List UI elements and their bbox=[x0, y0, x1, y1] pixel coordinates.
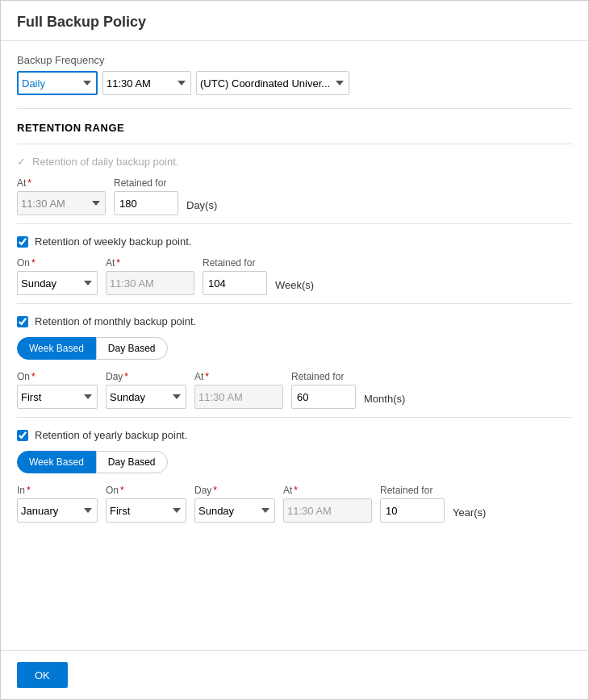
yearly-at-select[interactable]: 11:30 AM bbox=[283, 498, 372, 523]
daily-unit: Day(s) bbox=[186, 199, 217, 215]
monthly-at-group: At* 11:30 AM bbox=[194, 371, 283, 409]
yearly-in-label: In* bbox=[17, 485, 98, 496]
monthly-week-based-tab[interactable]: Week Based bbox=[17, 337, 96, 360]
yearly-day-label: Day* bbox=[194, 485, 275, 496]
frequency-time-select[interactable]: 11:30 AM 12:00 AM 6:00 AM bbox=[102, 71, 191, 95]
yearly-on-group: On* First Second Third Fourth Last bbox=[106, 485, 186, 523]
yearly-retention-label: Retention of yearly backup point. bbox=[35, 429, 187, 441]
ok-button[interactable]: OK bbox=[17, 662, 68, 688]
monthly-retained-label: Retained for bbox=[291, 371, 356, 382]
main-content: Backup Frequency Daily Weekly Monthly 11… bbox=[1, 41, 588, 650]
daily-retained-label: Retained for bbox=[114, 177, 178, 189]
daily-at-group: At* 11:30 AM bbox=[17, 177, 106, 215]
weekly-retention-checkbox-row: Retention of weekly backup point. bbox=[17, 235, 572, 248]
daily-retention-checkbox-row: ✓ Retention of daily backup point. bbox=[17, 156, 572, 168]
weekly-at-select[interactable]: 11:30 AM bbox=[106, 271, 194, 295]
daily-retained-group: Retained for bbox=[114, 177, 178, 215]
monthly-on-select[interactable]: First Second Third Fourth Last bbox=[17, 385, 98, 409]
monthly-day-select[interactable]: Sunday Monday Tuesday Wednesday Thursday… bbox=[106, 385, 186, 409]
monthly-at-select[interactable]: 11:30 AM bbox=[194, 385, 283, 409]
monthly-day-group: Day* Sunday Monday Tuesday Wednesday Thu… bbox=[106, 371, 186, 409]
frequency-select[interactable]: Daily Weekly Monthly bbox=[17, 71, 98, 95]
daily-retention-label: Retention of daily backup point. bbox=[32, 156, 178, 168]
weekly-on-select[interactable]: Sunday Monday Tuesday Wednesday Thursday… bbox=[17, 271, 98, 295]
yearly-retention-checkbox-row: Retention of yearly backup point. bbox=[17, 429, 572, 441]
yearly-at-label: At* bbox=[283, 485, 372, 496]
yearly-tab-group: Week Based Day Based bbox=[17, 451, 572, 473]
weekly-retention-checkbox[interactable] bbox=[17, 236, 28, 248]
daily-at-select: 11:30 AM bbox=[17, 191, 106, 215]
monthly-on-label: On* bbox=[17, 371, 98, 382]
yearly-at-group: At* 11:30 AM bbox=[283, 485, 372, 523]
monthly-unit: Month(s) bbox=[364, 393, 405, 409]
yearly-retained-group: Retained for bbox=[380, 485, 445, 523]
yearly-retention-fields: In* January February March April May Jun… bbox=[17, 485, 572, 523]
weekly-at-group: At* 11:30 AM bbox=[106, 257, 194, 295]
monthly-at-label: At* bbox=[194, 371, 283, 382]
weekly-on-group: On* Sunday Monday Tuesday Wednesday Thur… bbox=[17, 257, 98, 295]
backup-frequency-label: Backup Frequency bbox=[17, 54, 572, 66]
yearly-in-group: In* January February March April May Jun… bbox=[17, 485, 98, 523]
weekly-retention-section: Retention of weekly backup point. On* Su… bbox=[17, 223, 572, 295]
timezone-select[interactable]: (UTC) Coordinated Univer... bbox=[196, 71, 349, 95]
yearly-retention-section: Retention of yearly backup point. Week B… bbox=[17, 417, 572, 523]
retention-range-header: RETENTION RANGE bbox=[17, 122, 572, 134]
footer: OK bbox=[1, 650, 588, 699]
yearly-retention-checkbox[interactable] bbox=[17, 430, 28, 441]
monthly-retention-label: Retention of monthly backup point. bbox=[35, 315, 196, 327]
monthly-day-label: Day* bbox=[106, 371, 186, 382]
daily-at-label: At* bbox=[17, 177, 106, 189]
weekly-retained-label: Retained for bbox=[203, 257, 267, 269]
monthly-retention-checkbox[interactable] bbox=[17, 316, 28, 327]
yearly-unit: Year(s) bbox=[453, 506, 486, 523]
daily-at-required: * bbox=[27, 177, 31, 189]
monthly-retention-checkbox-row: Retention of monthly backup point. bbox=[17, 315, 572, 327]
weekly-retention-label: Retention of weekly backup point. bbox=[35, 235, 191, 248]
yearly-day-select[interactable]: Sunday Monday Tuesday Wednesday Thursday… bbox=[194, 498, 275, 523]
yearly-on-select[interactable]: First Second Third Fourth Last bbox=[106, 498, 186, 523]
yearly-week-based-tab[interactable]: Week Based bbox=[17, 451, 96, 473]
daily-retention-fields: At* 11:30 AM Retained for Day(s) bbox=[17, 177, 572, 215]
monthly-tab-group: Week Based Day Based bbox=[17, 337, 572, 360]
monthly-retained-input[interactable] bbox=[291, 385, 356, 409]
monthly-on-group: On* First Second Third Fourth Last bbox=[17, 371, 98, 409]
backup-freq-row: Daily Weekly Monthly 11:30 AM 12:00 AM 6… bbox=[17, 71, 572, 95]
daily-retained-input[interactable] bbox=[114, 191, 178, 215]
yearly-day-based-tab[interactable]: Day Based bbox=[96, 451, 168, 473]
monthly-retention-fields: On* First Second Third Fourth Last Day* bbox=[17, 371, 572, 409]
yearly-retained-input[interactable] bbox=[380, 498, 445, 523]
weekly-at-label: At* bbox=[106, 257, 194, 269]
yearly-on-label: On* bbox=[106, 485, 186, 496]
monthly-retained-group: Retained for bbox=[291, 371, 356, 409]
weekly-on-label: On* bbox=[17, 257, 98, 269]
yearly-in-select[interactable]: January February March April May June Ju… bbox=[17, 498, 98, 523]
weekly-unit: Week(s) bbox=[275, 279, 314, 295]
weekly-retained-input[interactable] bbox=[203, 271, 267, 295]
weekly-retained-group: Retained for bbox=[203, 257, 267, 295]
monthly-day-based-tab[interactable]: Day Based bbox=[96, 337, 168, 360]
backup-frequency-section: Backup Frequency Daily Weekly Monthly 11… bbox=[17, 54, 572, 109]
daily-retention-section: ✓ Retention of daily backup point. At* 1… bbox=[17, 144, 572, 215]
monthly-retention-section: Retention of monthly backup point. Week … bbox=[17, 303, 572, 409]
weekly-retention-fields: On* Sunday Monday Tuesday Wednesday Thur… bbox=[17, 257, 572, 295]
yearly-retained-label: Retained for bbox=[380, 485, 445, 496]
check-icon: ✓ bbox=[17, 156, 26, 168]
page-title: Full Backup Policy bbox=[1, 1, 588, 41]
page-container: Full Backup Policy Backup Frequency Dail… bbox=[0, 0, 589, 700]
yearly-day-group: Day* Sunday Monday Tuesday Wednesday Thu… bbox=[194, 485, 275, 523]
